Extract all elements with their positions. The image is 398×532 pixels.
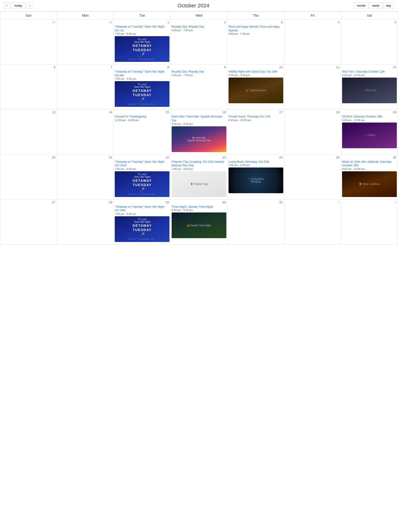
date-number: 7 [58, 65, 113, 69]
event-title[interactable]: Trivia Night!: Spooky Trivia Night [172, 205, 226, 209]
calendar-cell-1-6[interactable]: 12Nice Try's: Saturday October 12th9:00 … [341, 64, 398, 109]
event-title[interactable]: GCBnD: Saturday October 19th [342, 115, 397, 119]
event-title[interactable]: Closed For Thanksgiving [115, 115, 169, 119]
calendar-cell-2-2[interactable]: 15Closed For Thanksgiving11:00 am - 10:0… [114, 109, 171, 154]
calendar-cell-0-6[interactable]: 5 [341, 19, 398, 64]
calendar-cell-1-3[interactable]: 9Royalty Day: Royalty Day5:00 pm - 7:30 … [171, 64, 228, 109]
calendar-cell-4-5[interactable]: 1 [284, 199, 341, 244]
calendar-cell-0-3[interactable]: 2Royalty Day: Royalty Day5:00 pm - 7:30 … [171, 19, 228, 64]
event-title[interactable]: Royalty Day: Royalty Day [172, 70, 226, 74]
prev-button[interactable]: ‹ [4, 2, 10, 9]
event-time: 7:00 pm - 9:30 pm [115, 32, 169, 35]
calendar-cell-1-2[interactable]: 8"Getaway on Tuesday" Open Mic Night: Oc… [114, 64, 171, 109]
event-title[interactable]: Metal 💀 Deth with Jailbreak: Saturday Oc… [342, 160, 397, 167]
event-title[interactable]: Royalty Day: Royalty Day [172, 25, 226, 29]
calendar-cell-0-0[interactable]: 29 [0, 19, 57, 64]
day-view-button[interactable]: day [383, 2, 394, 9]
date-number: 8 [115, 65, 169, 69]
event-block: Nice Try's: Saturday October 12th9:00 pm… [342, 70, 397, 103]
calendar-cell-4-4[interactable]: 31 [227, 199, 284, 244]
event-block: "Getaway on Tuesday" Open Mic Night: Oct… [115, 205, 169, 242]
event-block: Pizza and Appy Special: Pizza and Appy S… [229, 25, 283, 35]
event-title[interactable]: "Getaway on Tuesday" Open Mic Night: Oct… [115, 25, 169, 32]
event-image: "It's only" Open Mic Night GETAWAY TUESD… [115, 36, 169, 62]
event-image: 🎶 GCBnD [342, 122, 397, 148]
calendar-cell-3-4[interactable]: 24Living Music Winnipeg: Oct 24th7:00 pm… [227, 154, 284, 199]
calendar-cell-0-1[interactable]: 30 [57, 19, 114, 64]
calendar-cell-2-0[interactable]: 13 [0, 109, 57, 154]
calendar-cell-3-6[interactable]: 26Metal 💀 Deth with Jailbreak: Saturday … [341, 154, 398, 199]
weekday-mon: Mon [57, 12, 114, 19]
event-block: Living Music Winnipeg: Oct 24th7:00 pm -… [229, 160, 283, 193]
event-time: 6:00 pm - 10:00 pm [229, 119, 283, 122]
weekday-header-row: Sun Mon Tue Wed Thu Fri Sat [0, 12, 398, 19]
event-title[interactable]: Polymer Clay Sculpting: Oct 23rd Jewelry… [172, 160, 226, 167]
date-number: 10 [229, 65, 283, 69]
date-number: 9 [172, 65, 226, 69]
date-number: 30 [172, 201, 226, 204]
event-time: 5:00 pm - 7:30 pm [229, 32, 283, 35]
month-view-button[interactable]: month [354, 2, 369, 9]
calendar-cell-0-4[interactable]: 3Pizza and Appy Special: Pizza and Appy … [227, 19, 284, 64]
week-row-0: 29301"Getaway on Tuesday" Open Mic Night… [0, 19, 398, 64]
calendar-cell-3-2[interactable]: 22"Getaway on Tuesday" Open Mic Night: O… [114, 154, 171, 199]
date-number: 18 [285, 110, 340, 114]
calendar-cell-3-5[interactable]: 25 [284, 154, 341, 199]
calendar-cell-3-0[interactable]: 20 [0, 154, 57, 199]
calendar-cell-2-5[interactable]: 18 [284, 109, 341, 154]
calendar-cell-4-1[interactable]: 28 [57, 199, 114, 244]
event-block: Hillbilly Night with Darryl Day: Oct 10t… [229, 70, 283, 103]
event-title[interactable]: Nice Try's: Saturday October 12th [342, 70, 397, 74]
event-title[interactable]: "Getaway on Tuesday" Open Mic Night: Oct… [115, 70, 169, 77]
event-title[interactable]: Private Event: Thursday Oct 17th [229, 115, 283, 119]
event-block: Polymer Clay Sculpting: Oct 23rd Jewelry… [172, 160, 226, 197]
event-image: "It's only" Open Mic Night GETAWAY TUESD… [115, 216, 169, 242]
week-row-2: 131415Closed For Thanksgiving11:00 am - … [0, 109, 398, 154]
calendar-cell-2-6[interactable]: 19GCBnD: Saturday October 19th9:00 pm - … [341, 109, 398, 154]
event-title[interactable]: Paint Nite!: Paint Nite: Sparkle Mountai… [172, 115, 226, 122]
calendar-cell-3-3[interactable]: 23Polymer Clay Sculpting: Oct 23rd Jewel… [171, 154, 228, 199]
event-block: Paint Nite!: Paint Nite: Sparkle Mountai… [172, 115, 226, 152]
week-view-button[interactable]: week [369, 2, 383, 9]
calendar-cell-2-1[interactable]: 14 [57, 109, 114, 154]
date-number: 24 [229, 156, 283, 159]
event-block: "Getaway on Tuesday" Open Mic Night: Oct… [115, 70, 169, 107]
event-time: 9:00 pm - 12:00 am [342, 167, 397, 170]
date-number: 27 [1, 201, 56, 204]
calendar-cell-1-4[interactable]: 10Hillbilly Night with Darryl Day: Oct 1… [227, 64, 284, 109]
date-number: 13 [1, 110, 56, 114]
calendar-grid: Sun Mon Tue Wed Thu Fri Sat 29301"Getawa… [0, 11, 398, 245]
calendar-cell-2-3[interactable]: 16Paint Nite!: Paint Nite: Sparkle Mount… [171, 109, 228, 154]
week-row-1: 678"Getaway on Tuesday" Open Mic Night: … [0, 64, 398, 109]
calendar-cell-1-1[interactable]: 7 [57, 64, 114, 109]
event-time: 7:00 pm - 9:30 pm [115, 77, 169, 80]
calendar-cell-3-1[interactable]: 21 [57, 154, 114, 199]
event-title[interactable]: Living Music Winnipeg: Oct 24th [229, 160, 283, 164]
event-title[interactable]: Hillbilly Night with Darryl Day: Oct 10t… [229, 70, 283, 74]
date-number: 15 [115, 110, 169, 114]
date-number: 28 [58, 201, 113, 204]
event-title[interactable]: "Getaway on Tuesday" Open Mic Night: Oct… [115, 160, 169, 167]
calendar-cell-4-3[interactable]: 30Trivia Night!: Spooky Trivia Night6:00… [171, 199, 228, 244]
event-time: 6:00 pm - 8:30 pm [172, 209, 226, 211]
weekday-fri: Fri [284, 12, 341, 19]
calendar-cell-1-5[interactable]: 11 [284, 64, 341, 109]
calendar-cell-4-6[interactable]: 2 [341, 199, 398, 244]
next-button[interactable]: › [27, 2, 33, 9]
event-title[interactable]: Pizza and Appy Special: Pizza and Appy S… [229, 25, 283, 32]
event-time: 7:00 pm - 9:00 pm [172, 167, 226, 170]
today-button[interactable]: today [11, 2, 25, 9]
event-time: 5:00 pm - 7:30 pm [172, 29, 226, 32]
event-image: 💀 Metal / Jailbreak [342, 171, 397, 197]
date-number: 31 [229, 201, 283, 204]
calendar-cell-0-5[interactable]: 4 [284, 19, 341, 64]
calendar-cell-4-0[interactable]: 27 [0, 199, 57, 244]
date-number: 6 [1, 65, 56, 69]
event-image: 🎵 Living MusicWinnipeg [229, 167, 283, 193]
calendar-cell-0-2[interactable]: 1"Getaway on Tuesday" Open Mic Night: Oc… [114, 19, 171, 64]
calendar-cell-4-2[interactable]: 29"Getaway on Tuesday" Open Mic Night: O… [114, 199, 171, 244]
calendar-cell-2-4[interactable]: 17Private Event: Thursday Oct 17th6:00 p… [227, 109, 284, 154]
event-title[interactable]: "Getaway on Tuesday" Open Mic Night: Oct… [115, 205, 169, 212]
date-number: 2 [342, 201, 397, 204]
calendar-cell-1-0[interactable]: 6 [0, 64, 57, 109]
